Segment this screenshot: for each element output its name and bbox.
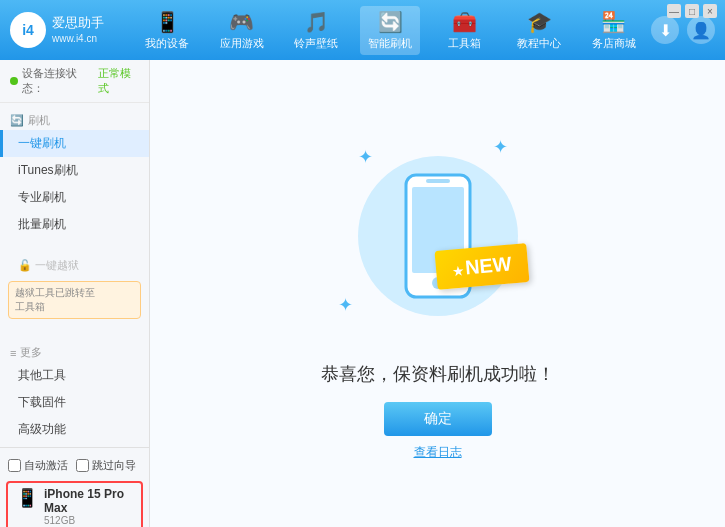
logo-text: 爱思助手 www.i4.cn [52,15,104,45]
maximize-button[interactable]: □ [685,4,699,18]
user-button[interactable]: 👤 [687,16,715,44]
nav-services[interactable]: 🏪 务店商城 [584,6,644,55]
success-illustration: ✦ ✦ ✦ NEW [328,126,548,346]
status-indicator [10,77,18,85]
sidebar-item-itunes-brush[interactable]: iTunes刷机 [0,157,149,184]
sidebar-item-download-firmware[interactable]: 下载固件 [0,389,149,416]
more-label: 更多 [20,345,42,360]
nav-apps-games[interactable]: 🎮 应用游戏 [212,6,272,55]
jailbreak-group-label: 🔓 一键越狱 [0,254,149,277]
nav-toolbox[interactable]: 🧰 工具箱 [435,6,495,55]
content-area: ✦ ✦ ✦ NEW 恭喜您，保资料刷机成功啦！ 确定 查看日 [150,60,725,527]
nav-label-tutorial: 教程中心 [517,36,561,51]
jailbreak-label: 一键越狱 [35,259,79,271]
brush-group-label: 🔄 刷机 [0,107,149,130]
main-area: 设备连接状态： 正常模式 🔄 刷机 一键刷机 iTunes刷机 专业刷机 批量刷… [0,60,725,527]
status-value: 正常模式 [98,66,139,96]
brush-section: 🔄 刷机 一键刷机 iTunes刷机 专业刷机 批量刷机 [0,103,149,242]
nav-label-services: 务店商城 [592,36,636,51]
skip-guide-checkbox[interactable]: 跳过向导 [76,458,136,473]
services-icon: 🏪 [601,10,626,34]
nav-label-apps: 应用游戏 [220,36,264,51]
sparkle-icon-1: ✦ [358,146,373,168]
sidebar-item-other-tools[interactable]: 其他工具 [0,362,149,389]
ringtones-icon: 🎵 [304,10,329,34]
svg-rect-3 [426,179,450,183]
device-name: iPhone 15 Pro Max [44,487,133,515]
logo-area: i4 爱思助手 www.i4.cn [10,12,130,48]
brush-label: 刷机 [28,113,50,128]
device-row[interactable]: 📱 iPhone 15 Pro Max 512GB iPhone [6,481,143,527]
apps-icon: 🎮 [229,10,254,34]
skip-guide-input[interactable] [76,459,89,472]
header-right: ⬇ 👤 [651,16,715,44]
sparkle-icon-2: ✦ [493,136,508,158]
nav-my-device[interactable]: 📱 我的设备 [137,6,197,55]
sidebar-item-batch-brush[interactable]: 批量刷机 [0,211,149,238]
logo-icon: i4 [10,12,46,48]
tutorial-icon: 🎓 [527,10,552,34]
header: i4 爱思助手 www.i4.cn 📱 我的设备 🎮 应用游戏 🎵 铃声壁纸 🔄… [0,0,725,60]
auto-activate-checkbox[interactable]: 自动激活 [8,458,68,473]
window-controls: — □ × [667,4,717,18]
nav-label-ringtones: 铃声壁纸 [294,36,338,51]
confirm-button[interactable]: 确定 [384,402,492,436]
auto-activate-label: 自动激活 [24,458,68,473]
nav-items: 📱 我的设备 🎮 应用游戏 🎵 铃声壁纸 🔄 智能刷机 🧰 工具箱 🎓 [130,6,651,55]
jailbreak-section: 🔓 一键越狱 越狱工具已跳转至工具箱 [0,250,149,327]
close-button[interactable]: × [703,4,717,18]
sidebar-item-pro-brush[interactable]: 专业刷机 [0,184,149,211]
more-section: ≡ 更多 其他工具 下载固件 高级功能 [0,335,149,447]
minimize-button[interactable]: — [667,4,681,18]
sidebar-item-advanced[interactable]: 高级功能 [0,416,149,443]
sidebar-bottom: 自动激活 跳过向导 📱 iPhone 15 Pro Max 512GB iPho… [0,447,149,527]
device-info: iPhone 15 Pro Max 512GB iPhone [44,487,133,527]
new-badge: NEW [434,243,529,290]
more-group-label: ≡ 更多 [0,339,149,362]
sidebar: 设备连接状态： 正常模式 🔄 刷机 一键刷机 iTunes刷机 专业刷机 批量刷… [0,60,150,527]
status-bar: 设备连接状态： 正常模式 [0,60,149,103]
app-subtitle: www.i4.cn [52,32,104,45]
app-title: 爱思助手 [52,15,104,32]
smart-brush-icon: 🔄 [378,10,403,34]
nav-label-my-device: 我的设备 [145,36,189,51]
device-storage: 512GB [44,515,133,526]
download-button[interactable]: ⬇ [651,16,679,44]
device-icon: 📱 [155,10,180,34]
log-link[interactable]: 查看日志 [414,444,462,461]
brush-icon: 🔄 [10,114,24,127]
checkbox-row: 自动激活 跳过向导 [0,454,149,477]
success-message: 恭喜您，保资料刷机成功啦！ [321,362,555,386]
auto-activate-input[interactable] [8,459,21,472]
phone-circle: NEW [358,156,518,316]
sidebar-item-one-key-brush[interactable]: 一键刷机 [0,130,149,157]
phone-icon: 📱 [16,487,38,509]
lock-icon: 🔓 [18,259,32,271]
nav-ringtones[interactable]: 🎵 铃声壁纸 [286,6,346,55]
more-icon: ≡ [10,347,16,359]
jailbreak-notice: 越狱工具已跳转至工具箱 [8,281,141,319]
nav-label-toolbox: 工具箱 [448,36,481,51]
nav-smart-brush[interactable]: 🔄 智能刷机 [360,6,420,55]
nav-label-smart-brush: 智能刷机 [368,36,412,51]
skip-guide-label: 跳过向导 [92,458,136,473]
nav-tutorial[interactable]: 🎓 教程中心 [509,6,569,55]
status-label: 设备连接状态： [22,66,94,96]
sparkle-icon-3: ✦ [338,294,353,316]
toolbox-icon: 🧰 [452,10,477,34]
